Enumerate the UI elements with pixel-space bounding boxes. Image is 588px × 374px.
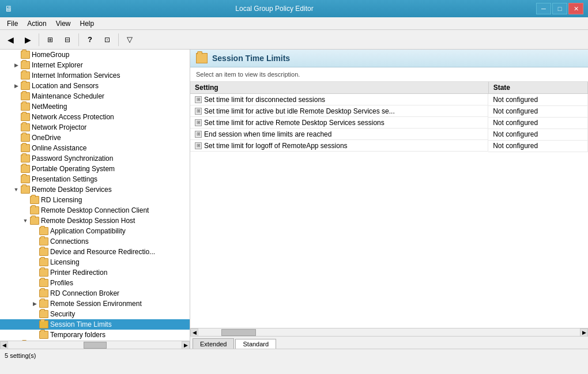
expander-online-assistance — [12, 143, 21, 153]
tree-item-netmeeting[interactable]: NetMeeting — [0, 101, 190, 112]
tree-item-rds[interactable]: ▼ Remote Desktop Services — [0, 184, 190, 195]
tree-item-remote-session-env[interactable]: ▶ Remote Session Environment — [0, 299, 190, 309]
app-icon: 🖥 — [5, 4, 13, 13]
status-bar: 5 setting(s) — [0, 349, 588, 361]
tree-label-portable-os: Portable Operating System — [32, 165, 115, 173]
window-controls: ─ □ ✕ — [536, 3, 583, 14]
right-description-text: Select an item to view its description. — [196, 71, 300, 78]
folder-icon-app-compat — [39, 227, 48, 235]
tab-extended[interactable]: Extended — [193, 338, 234, 349]
gpo-button[interactable]: ⊟ — [59, 32, 76, 47]
forward-button[interactable]: ▶ — [20, 32, 36, 47]
tree-item-printer-redirect[interactable]: Printer Redirection — [0, 267, 190, 278]
folder-icon-onedrive — [21, 134, 30, 142]
state-cell: Not configured — [488, 140, 587, 152]
tree-label-netmeeting: NetMeeting — [32, 103, 67, 111]
tree-item-maintenance-scheduler[interactable]: Maintenance Scheduler — [0, 91, 190, 101]
setting-icon: ⊞ — [195, 142, 202, 149]
tree-item-nap[interactable]: Network Access Protection — [0, 112, 190, 122]
column-setting[interactable]: Setting — [190, 82, 488, 94]
tree-label-rds: Remote Desktop Services — [32, 186, 112, 194]
table-row[interactable]: ⊞Set time limit for active but idle Remo… — [190, 105, 588, 117]
filter-button[interactable]: ▽ — [122, 32, 138, 47]
table-row[interactable]: ⊞Set time limit for logoff of RemoteApp … — [190, 140, 588, 152]
tree-scroll-thumb[interactable] — [84, 342, 107, 349]
tree-label-device-redirect: Device and Resource Redirectio... — [50, 248, 155, 256]
column-state[interactable]: State — [488, 82, 587, 94]
tree-item-app-compat[interactable]: Application Compatibility — [0, 226, 190, 236]
folder-icon-internet-explorer — [21, 61, 30, 69]
tree-item-profiles[interactable]: Profiles — [0, 278, 190, 288]
menu-view[interactable]: View — [51, 18, 76, 29]
tree-item-homegroup[interactable]: HomeGroup — [0, 50, 190, 60]
tree-hscrollbar[interactable]: ◀ ▶ — [0, 341, 190, 349]
right-header: Session Time Limits — [190, 50, 588, 67]
menu-action[interactable]: Action — [22, 18, 51, 29]
tree-label-printer-redirect: Printer Redirection — [50, 269, 107, 277]
close-button[interactable]: ✕ — [568, 3, 583, 14]
expander-nap — [12, 112, 21, 122]
expander-session-time-limits — [30, 320, 39, 329]
minimize-button[interactable]: ─ — [536, 3, 551, 14]
tree-label-location-sensors: Location and Sensors — [32, 82, 99, 90]
tree-pane: HomeGroup ▶ Internet Explorer Internet I… — [0, 50, 190, 349]
tree-item-online-assistance[interactable]: Online Assistance — [0, 143, 190, 153]
tree-item-device-redirect[interactable]: Device and Resource Redirectio... — [0, 247, 190, 257]
tree-item-network-projector[interactable]: Network Projector — [0, 122, 190, 133]
tree-item-session-time-limits[interactable]: Session Time Limits — [0, 319, 190, 330]
expander-portable-os — [12, 164, 21, 173]
setting-cell: ⊞End session when time limits are reache… — [190, 129, 488, 140]
folder-icon-rd-broker — [39, 289, 48, 297]
tree-label-connections: Connections — [50, 237, 89, 245]
main-layout: HomeGroup ▶ Internet Explorer Internet I… — [0, 50, 588, 349]
tree-item-licensing[interactable]: Licensing — [0, 257, 190, 267]
tree-scroll-left[interactable]: ◀ — [0, 341, 8, 349]
tree-item-rd-broker[interactable]: RD Connection Broker — [0, 288, 190, 299]
folder-icon-remote-session-env — [39, 300, 48, 308]
folder-icon-nap — [21, 113, 30, 121]
tree-item-password-sync[interactable]: Password Synchronization — [0, 153, 190, 164]
menu-file[interactable]: File — [2, 18, 22, 29]
tree-scroll-right[interactable]: ▶ — [182, 341, 190, 349]
tree-item-onedrive[interactable]: OneDrive — [0, 133, 190, 143]
tree-item-connections[interactable]: Connections — [0, 236, 190, 247]
expander-rdsh: ▼ — [21, 216, 30, 225]
show-hide-button[interactable]: ⊞ — [42, 32, 58, 47]
right-scroll-thumb[interactable] — [221, 329, 256, 336]
tree-item-rd-client[interactable]: Remote Desktop Connection Client — [0, 205, 190, 216]
help-button[interactable]: ? — [82, 32, 98, 47]
tree-item-temp-folders[interactable]: Temporary folders — [0, 330, 190, 340]
tree-label-security: Security — [50, 310, 75, 318]
tree-item-rd-licensing[interactable]: RD Licensing — [0, 195, 190, 205]
tree-item-internet-explorer[interactable]: ▶ Internet Explorer — [0, 60, 190, 70]
tree-item-iis[interactable]: Internet Information Services — [0, 70, 190, 81]
tree-scroll[interactable]: HomeGroup ▶ Internet Explorer Internet I… — [0, 50, 190, 341]
back-button[interactable]: ◀ — [2, 32, 18, 47]
restore-button[interactable]: □ — [552, 3, 567, 14]
table-row[interactable]: ⊞Set time limit for active Remote Deskto… — [190, 117, 588, 129]
right-header-folder-icon — [196, 53, 208, 63]
tree-item-rdsh[interactable]: ▼ Remote Desktop Session Host — [0, 216, 190, 226]
menu-help[interactable]: Help — [76, 18, 99, 29]
expander-iis — [12, 71, 21, 80]
tree-item-security[interactable]: Security — [0, 309, 190, 319]
title-bar: 🖥 Local Group Policy Editor ─ □ ✕ — [0, 0, 588, 17]
setting-label: End session when time limits are reached — [204, 130, 331, 138]
setting-icon: ⊞ — [195, 131, 202, 138]
new-window-button[interactable]: ⊡ — [99, 32, 115, 47]
tab-standard[interactable]: Standard — [235, 339, 276, 349]
right-scroll-right[interactable]: ▶ — [580, 328, 588, 337]
table-row[interactable]: ⊞End session when time limits are reache… — [190, 129, 588, 140]
tree-item-location-sensors[interactable]: ▶ Location and Sensors — [0, 81, 190, 91]
tree-label-network-projector: Network Projector — [32, 123, 86, 131]
right-scroll-left[interactable]: ◀ — [190, 328, 198, 337]
toolbar-separator-1 — [39, 33, 39, 46]
folder-icon-security — [39, 310, 48, 318]
tree-item-presentation-settings[interactable]: Presentation Settings — [0, 174, 190, 184]
expander-rd-client — [21, 206, 30, 215]
table-row[interactable]: ⊞Set time limit for disconnected session… — [190, 94, 588, 106]
right-hscrollbar[interactable]: ◀ ▶ — [190, 328, 588, 336]
folder-icon-homegroup — [21, 51, 30, 59]
tree-item-portable-os[interactable]: Portable Operating System — [0, 164, 190, 174]
expander-app-compat — [30, 226, 39, 236]
